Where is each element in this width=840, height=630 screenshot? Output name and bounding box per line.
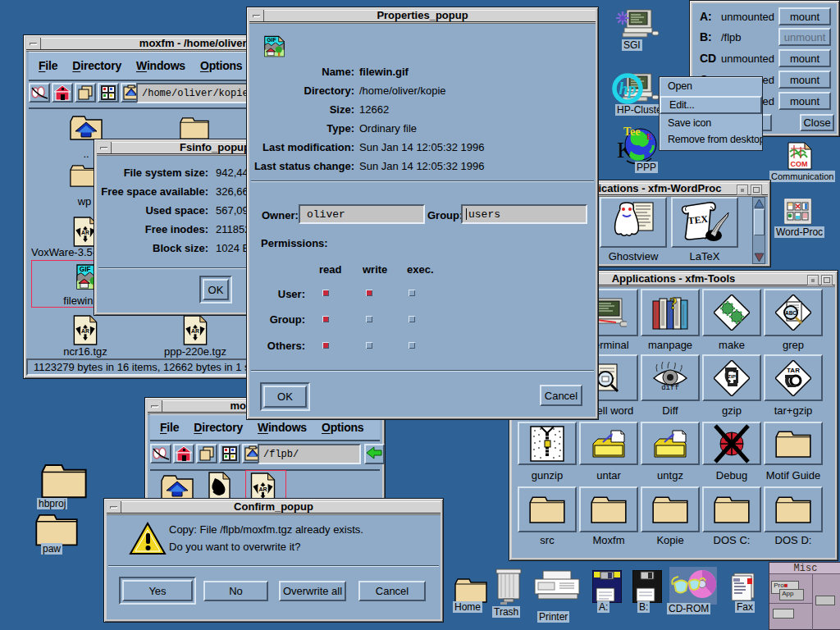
svg-text:TEX: TEX	[687, 213, 709, 227]
svg-text:COM: COM	[791, 160, 808, 168]
svg-text:hp: hp	[619, 80, 636, 98]
svg-text:E: E	[646, 132, 652, 141]
svg-text:Tee: Tee	[623, 126, 640, 138]
